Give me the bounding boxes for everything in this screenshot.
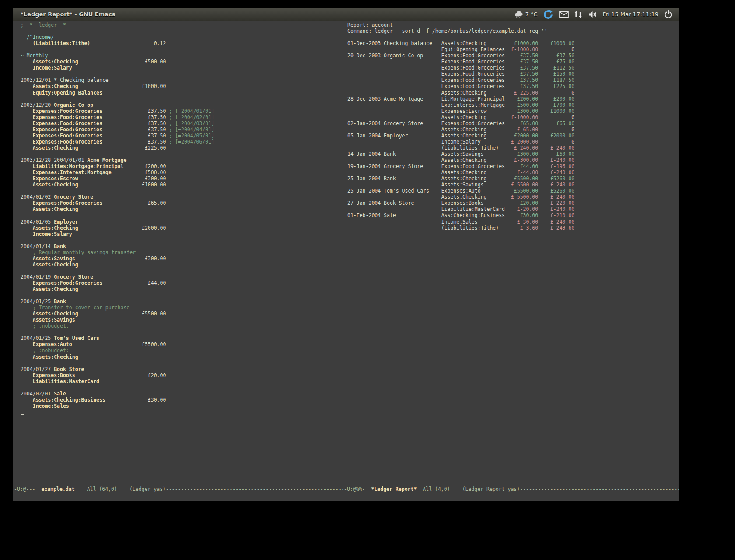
buffer-line[interactable]: 2004/01/19 Grocery Store [21,274,343,280]
buffer-line[interactable]: Assets:Checking [21,206,343,212]
register-line[interactable]: Assets:Checking £-5500.00 £-240.00 [347,194,679,200]
buffer-line[interactable] [21,188,343,194]
buffer-line[interactable]: Expenses:Auto £5500.00 [21,341,343,347]
buffer-line[interactable]: = /^Income/ [21,34,343,40]
register-line[interactable]: (Liabilities:Tithe) £-240.00 £-240.00 [347,145,679,151]
buffer-line[interactable] [21,46,343,52]
buffer-line[interactable] [21,385,343,391]
buffer-line[interactable] [21,292,343,298]
buffer-line[interactable]: Assets:Savings £300.00 [21,256,343,262]
register-line[interactable]: Income:Salary £-2000.00 0 [347,139,679,145]
buffer-line[interactable]: Assets:Checking [21,354,343,360]
register-line[interactable]: 01-Dec-2003 Checking balance Assets:Chec… [347,40,679,46]
modeline-mode[interactable]: (Ledger yas) [130,486,166,492]
buffer-line[interactable]: Assets:Checking £2000.00 [21,225,343,231]
register-line[interactable]: Expens:Food:Groceries £37.50 £187.50 [347,77,679,83]
register-line[interactable]: Assets:Checking £-1000.00 0 [347,114,679,120]
register-line[interactable]: Assets:Checking £-65.00 0 [347,126,679,133]
buffer-line[interactable]: Assets:Checking -£1000.00 [21,182,343,188]
buffer-line[interactable] [21,96,343,102]
register-line[interactable]: Expens:Food:Groceries £37.50 £112.50 [347,65,679,71]
register-line[interactable]: Exp:Interest:Mortgage £500.00 £700.00 [347,102,679,108]
buffer-line[interactable]: Expenses:Books £20.00 [21,372,343,378]
buffer-line[interactable]: Expenses:Food:Groceries £37.50 ; [=2004/… [21,114,343,120]
buffer-line[interactable]: (Liabilities:Tithe) 0.12 [21,40,343,46]
register-line[interactable]: 01-Feb-2004 Sale Ass:Checking:Business £… [347,212,679,218]
weather-applet[interactable]: 7 °C [514,10,538,18]
buffer-line[interactable]: ; Transfer to cover car purchase [21,304,343,311]
buffer-line[interactable]: 2003/12/01 * Checking balance [21,77,343,83]
buffer-line[interactable]: Assets:Savings [21,317,343,323]
modeline-buffer-name[interactable]: *Ledger Report* [371,486,416,492]
buffer-line[interactable]: Income:Sales [21,403,343,409]
buffer-line[interactable]: Income:Salary [21,231,343,237]
buffer-line[interactable]: 2003/12/20 Organic Co-op [21,102,343,108]
modeline-left[interactable]: -U:@---example.datAll (64,0)(Ledger yas)… [13,485,343,494]
buffer-line[interactable]: Expenses:Escrow £300.00 [21,175,343,182]
register-line[interactable]: Expens:Food:Groceries £37.50 £225.00 [347,83,679,89]
register-line[interactable]: Assets:Checking £-225.00 0 [347,90,679,96]
register-line[interactable]: Expens:Food:Groceries £37.50 £75.00 [347,59,679,65]
buffer-line[interactable]: Assets:Checking [21,262,343,268]
power-icon[interactable] [664,10,672,18]
buffer-line[interactable]: ; -*- ledger -*- [21,22,343,28]
buffer-line[interactable]: ; :nobudget: [21,323,343,329]
register-line[interactable]: Assets:Savings £-5500.00 £-240.00 [347,182,679,188]
buffer-line[interactable]: Assets:Checking -£225.00 [21,145,343,151]
register-line[interactable]: 27-Jan-2004 Book Store Expenses:Books £2… [347,200,679,206]
buffer-line[interactable]: Income:Salary [21,65,343,71]
modeline-mode[interactable]: (Ledger Report yas) [462,486,520,492]
register-line[interactable]: 25-Jan-2004 Tom's Used Cars Expenses:Aut… [347,188,679,194]
buffer-line[interactable]: Assets:Checking:Business £30.00 [21,397,343,403]
register-line[interactable]: 28-Dec-2003 Acme Mortgage Li:Mortgage:Pr… [347,96,679,102]
buffer-line[interactable]: Liabilities:Mortgage:Principal £200.00 [21,163,343,169]
modeline-right[interactable]: -U:@%%-*Ledger Report*All (4,0)(Ledger R… [343,485,679,494]
buffer-line[interactable]: Expenses:Interest:Mortgage £500.00 [21,169,343,175]
register-line[interactable]: 14-Jan-2004 Bank Assets:Savings £300.00 … [347,151,679,157]
buffer-line[interactable]: Expenses:Food:Groceries £65.00 [21,200,343,206]
clock[interactable]: Fri 15 Mar 17:11:19 [603,11,658,18]
register-line[interactable]: Liabilitie:MasterCard £-20.00 £-240.00 [347,206,679,212]
buffer-line[interactable] [21,71,343,77]
buffer-line[interactable]: Expenses:Food:Groceries £37.50 ; [=2004/… [21,133,343,139]
register-line[interactable]: Equi:Opening Balances £-1000.00 0 [347,46,679,52]
buffer-line[interactable]: 2004/01/27 Book Store [21,366,343,372]
buffer-line[interactable]: ; :nobudget: [21,347,343,354]
register-line[interactable]: 05-Jan-2004 Employer Assets:Checking £20… [347,133,679,139]
buffer-line[interactable]: Assets:Checking [21,286,343,292]
buffer-line[interactable]: 2004/01/25 Bank [21,298,343,304]
buffer-line[interactable]: ~ Monthly [21,52,343,59]
register-line[interactable]: (Liabilities:Tithe) £-3.60 £-243.60 [347,225,679,231]
buffer-line[interactable] [21,28,343,34]
mail-icon[interactable] [559,11,569,18]
buffer-line[interactable]: Assets:Checking £1000.00 [21,83,343,89]
buffer-line[interactable]: 2004/01/25 Tom's Used Cars [21,335,343,341]
minibuffer-echo-area[interactable] [13,494,679,501]
buffer-line[interactable]: Assets:Checking £5500.00 [21,311,343,317]
buffer-line[interactable] [21,360,343,366]
report-buffer[interactable]: Report: account Command: ledger --sort d… [343,21,679,485]
modeline-buffer-name[interactable]: example.dat [41,486,74,492]
register-line[interactable]: Expenses:Escrow £300.00 £1000.00 [347,108,679,114]
buffer-line[interactable]: Equity:Opening Balances [21,90,343,96]
register-line[interactable]: Expens:Food:Groceries £37.50 £150.00 [347,71,679,77]
network-arrows-icon[interactable] [574,10,582,18]
buffer-line[interactable]: Expenses:Food:Groceries £44.00 [21,280,343,286]
buffer-line[interactable]: Liabilities:MasterCard [21,378,343,385]
ledger-buffer[interactable]: ; -*- ledger -*-= /^Income/ (Liabilities… [13,21,343,485]
register-line[interactable]: Income:Sales £-30.00 £-240.00 [347,219,679,225]
register-line[interactable]: 02-Jan-2004 Grocery Store Expens:Food:Gr… [347,120,679,126]
buffer-line[interactable]: Expenses:Food:Groceries £37.50 ; [=2004/… [21,139,343,145]
volume-icon[interactable] [588,10,597,18]
buffer-line[interactable] [21,151,343,157]
buffer-line[interactable]: 2004/01/02 Grocery Store [21,194,343,200]
buffer-line[interactable]: Expenses:Food:Groceries £37.50 ; [=2004/… [21,120,343,126]
buffer-line[interactable]: 2004/02/01 Sale [21,391,343,397]
buffer-line[interactable]: Expenses:Food:Groceries £37.50 ; [=2004/… [21,126,343,133]
register-line[interactable]: Assets:Checking £-300.00 £-240.00 [347,157,679,163]
register-line[interactable]: 20-Dec-2003 Organic Co-op Expens:Food:Gr… [347,52,679,59]
buffer-line[interactable] [21,237,343,243]
buffer-line[interactable]: 2003/12/28=2004/01/01 Acme Mortgage [21,157,343,163]
buffer-line[interactable]: Expenses:Food:Groceries £37.50 ; [=2004/… [21,108,343,114]
refresh-icon[interactable] [543,10,553,19]
